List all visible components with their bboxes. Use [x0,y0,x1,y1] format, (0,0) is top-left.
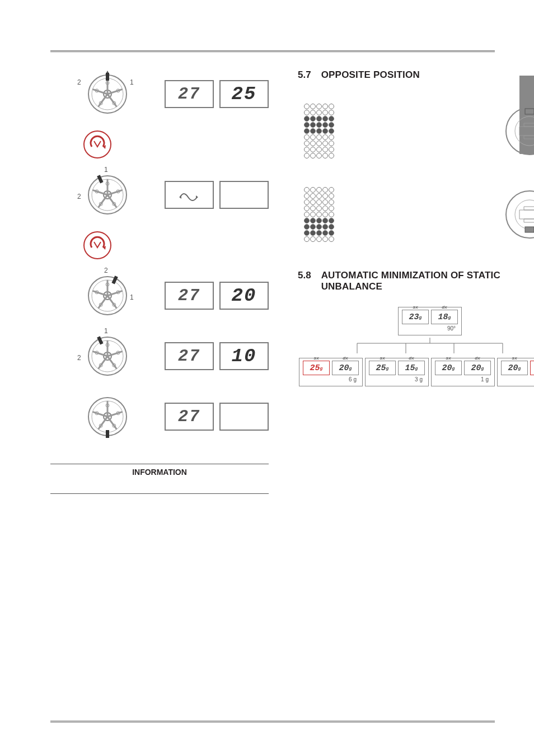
measured-box: sx23g dx18g 90° [398,307,462,335]
svg-line-55 [92,351,107,356]
svg-line-63 [107,412,123,417]
svg-line-9 [99,94,107,107]
svg-line-49 [107,351,123,356]
display-pair: 27 [165,403,269,431]
option-box: sx25g dx20g 6 g [299,358,363,386]
wheel-pos-label: 2 [77,193,81,200]
svg-line-22 [107,195,116,208]
residual-label: 6 g [501,376,534,382]
led-matrix [303,103,334,158]
display-pair: 2725 [165,80,269,108]
display-left: 27 [165,80,214,108]
display-pair: 2720 [165,282,269,310]
svg-rect-13 [106,73,109,81]
svg-line-67 [99,417,107,430]
section-num: 5.8 [298,270,311,281]
display-right: dx15g [530,361,534,375]
svg-point-72 [506,108,534,155]
display-right: 25 [219,80,269,108]
svg-line-65 [107,417,116,430]
svg-line-39 [99,296,107,309]
svg-line-26 [92,190,107,195]
right-column: 5.7 OPPOSITE POSITION 5.8 AUTOMATIC MINI… [298,69,534,685]
svg-line-37 [107,296,116,309]
display-right: dx15g [398,361,425,375]
section-title: OPPOSITE POSITION [321,69,420,81]
svg-rect-74 [525,109,534,114]
wheel-cross-section-icon [503,188,534,241]
svg-point-14 [84,131,111,158]
residual-label: 1 g [435,376,491,382]
display-left: sx20g [435,361,462,375]
display-pair: 2710 [165,342,269,370]
option-box: sx20g dx20g 1 g [431,358,495,386]
display-right: 20 [219,282,269,310]
wheel-icon: 21 [83,69,132,119]
wheel-icon [83,392,132,441]
display-left: sx20g [501,361,528,375]
residual-label: 6 g [303,376,359,382]
svg-line-53 [99,356,107,369]
display-right: dx20g [464,361,491,375]
left-column: 21 2725 12 [50,69,269,685]
svg-line-24 [99,195,107,208]
wheel-pos-label: 2 [77,78,81,86]
wheel-icon: 12 [83,170,132,220]
wheel-icon: 21 [83,271,132,320]
display-pair [165,181,269,209]
residual-label: 3 g [369,376,425,382]
display-left [165,181,214,209]
option-box: sx20g dx15g 6 g [497,358,534,386]
svg-rect-71 [106,430,109,438]
svg-line-41 [92,291,107,296]
option-box: sx25g dx15g 3 g [365,358,429,386]
svg-point-29 [84,232,111,259]
display-pair: sx23g dx18g [402,310,458,324]
section-5-8-head: 5.8 AUTOMATIC MINIMIZATION OF STATIC UNB… [298,270,534,292]
section-num: 5.7 [298,69,311,81]
svg-line-11 [92,89,107,94]
display-right: dx18g [431,310,458,324]
info-title: INFORMATION [50,468,269,477]
svg-point-73 [515,116,534,146]
svg-line-69 [92,412,107,417]
rule-top [50,50,495,52]
display-pair: sx25g dx20g [303,361,359,375]
display-left: 27 [165,403,214,431]
display-left: 27 [165,282,214,310]
rule-bottom [50,721,495,722]
display-right [219,403,269,431]
wheel-pos-label: 1 [104,166,108,174]
display-right: dx20g [332,361,359,375]
display-left: 27 [165,342,214,370]
display-pair: sx20g dx15g [501,361,534,375]
svg-point-76 [515,200,534,229]
section-5-7-head: 5.7 OPPOSITE POSITION [298,69,534,81]
display-left: sx25g [369,361,396,375]
display-left: sx25g [303,361,330,375]
display-pair: sx20g dx20g [435,361,491,375]
svg-line-5 [107,89,123,94]
led-matrix [303,186,334,242]
wheel-pos-label: 1 [130,293,134,301]
wheel-pos-label: 1 [130,78,134,86]
tree-connector [298,338,534,357]
angle-label: 90° [402,325,458,332]
wheel-pos-label: 1 [104,327,108,335]
display-left: sx23g [402,310,429,324]
wheel-icon: 12 [83,332,132,381]
wheel-pos-label: 2 [104,267,108,274]
wheel-pos-label: 2 [77,354,81,362]
svg-line-35 [107,291,123,296]
display-right [219,181,269,209]
display-right: 10 [219,342,269,370]
section-title: AUTOMATIC MINIMIZATION OF STATIC UNBALAN… [321,270,534,292]
display-pair: sx25g dx15g [369,361,425,375]
svg-rect-77 [525,227,534,232]
svg-line-7 [107,94,116,107]
info-block: INFORMATION [50,464,269,494]
rotate-icon [83,130,112,159]
svg-line-51 [107,356,116,369]
rotate-icon [83,231,112,260]
svg-line-20 [107,190,123,195]
